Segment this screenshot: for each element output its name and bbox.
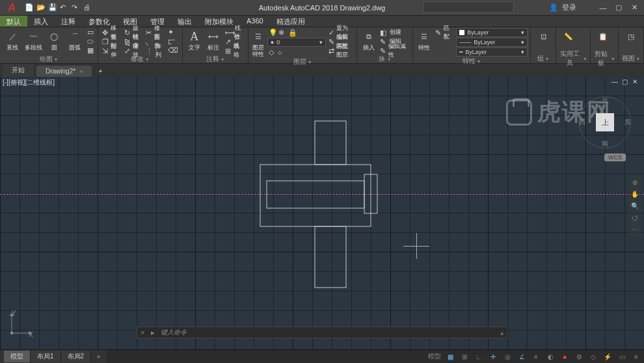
ucs-icon[interactable]: Y X [8,311,34,338]
layer-iso-icon[interactable]: ◇ [267,48,275,57]
layer-properties-button[interactable]: ☰图层特性 [251,28,266,57]
zoom-extents-icon[interactable]: 🔍 [630,200,640,211]
tab-insert[interactable]: 插入 [27,16,55,27]
cmd-close-icon[interactable]: × [137,329,148,336]
wcs-badge[interactable]: WCS [604,154,626,161]
minimize-icon[interactable]: — [597,3,609,12]
viewcube-north[interactable]: 北 [602,96,608,105]
showhide-icon[interactable]: ⋯ [630,224,640,234]
tab-addins[interactable]: 附加模块 [198,16,240,27]
polar-toggle-icon[interactable]: ✛ [488,351,498,362]
panel-draw-label: 绘图 [40,55,53,64]
lineweight-toggle-icon[interactable]: ≡ [531,351,541,362]
login-label[interactable]: 登录 [562,3,576,12]
save-icon[interactable]: 💾 [48,3,57,12]
layer-dropdown[interactable]: ●0▾ [267,38,326,47]
text-button[interactable]: A文字 [185,28,203,55]
match-properties-button[interactable]: ✎匹配 [434,28,455,36]
open-icon[interactable]: 📂 [36,3,46,12]
app-logo[interactable]: A [3,1,21,14]
annotation-scale-icon[interactable]: 🔺 [559,351,570,362]
polyline-button[interactable]: 〰多段线 [23,28,43,55]
layout1-tab[interactable]: 布局1 [31,351,61,362]
new-icon[interactable]: 📄 [25,3,34,12]
tab-featured[interactable]: 精选应用 [270,16,312,27]
snap-toggle-icon[interactable]: ⊞ [459,351,470,362]
hatch-icon[interactable]: ▦ [86,46,95,55]
viewcube-east[interactable]: 东 [624,118,631,127]
add-layout-button[interactable]: + [91,351,105,362]
viewcube-top-face[interactable]: 上 [596,113,614,131]
title-bar: A 📄 📂 💾 ↶ ↷ 🖨 Autodesk AutoCAD 2018 Draw… [0,0,644,16]
isolate-icon[interactable]: ◇ [588,351,598,362]
redo-icon[interactable]: ↷ [72,3,81,12]
view-cube[interactable]: 上 北 南 东 西 [579,96,631,148]
table-button[interactable]: ⊞表格 [224,46,246,55]
drawing-canvas[interactable]: [-][俯视][二维线框] — ▢ ✕ 虎课网 [0,77,644,350]
clean-screen-icon[interactable]: ▭ [617,351,627,362]
line-button[interactable]: ／直线 [3,28,22,55]
create-block-button[interactable]: ◧创建 [379,28,410,36]
hardware-accel-icon[interactable]: ⚡ [602,351,613,362]
viewcube-west[interactable]: 西 [579,118,585,127]
tab-a360[interactable]: A360 [240,16,270,27]
drawing-tab[interactable]: Drawing2*× [36,66,92,77]
workspace-icon[interactable]: ⚙ [574,351,584,362]
orbit-icon[interactable]: ⭯ [630,212,640,222]
scale-button[interactable]: ⤢缩放 [123,46,144,55]
new-tab-button[interactable]: + [94,66,106,77]
customize-status-icon[interactable]: ≡ [631,351,641,362]
dimension-button[interactable]: ⟷标注 [204,28,222,55]
panel-properties: ☰特性 ✎匹配 ByLayer▾ ——ByLayer▾ ━ByLayer▾ 特性… [413,27,531,63]
insert-block-button[interactable]: ⧉插入 [360,28,377,55]
geometry-svg [0,77,644,350]
close-icon[interactable]: ✕ [628,3,640,12]
stretch-button[interactable]: ⇲拉伸 [101,46,122,55]
svg-rect-3 [315,121,346,165]
ortho-toggle-icon[interactable]: ∟ [474,351,484,362]
start-tab[interactable]: 开始 [3,64,34,77]
panel-modify: ✥移动 ❐复制 ⇲拉伸 ↻旋转 ⧎镜像 ⤢缩放 ✂修剪 ◟圆角 ⋮⋮阵列 ✦ ⫍… [98,27,183,63]
explode-icon[interactable]: ✦ [167,28,180,36]
match-layer-button[interactable]: ⇄匹配图层 [327,46,355,55]
maximize-icon[interactable]: ▢ [613,3,624,12]
model-tab[interactable]: 模型 [4,351,31,362]
cmd-history-icon[interactable]: ▴ [498,329,507,337]
rect-icon[interactable]: ▭ [86,28,95,36]
layer-off-icon[interactable]: ○ [276,48,284,57]
properties-button[interactable]: ☰特性 [416,28,433,57]
circle-button[interactable]: ◯圆 [44,28,64,55]
edit-block-attr-button[interactable]: ✎编辑属性 [379,46,410,55]
tab-annotate[interactable]: 注释 [55,16,82,27]
array-button[interactable]: ⋮⋮阵列 [144,46,165,55]
transparency-toggle-icon[interactable]: ◐ [545,351,556,362]
close-tab-icon[interactable]: × [79,68,83,75]
ellipse-icon[interactable]: ⬭ [86,37,95,46]
layer-state-icon[interactable]: 💡 [269,29,276,36]
group-button[interactable]: ⊡ [533,28,553,54]
svg-rect-4 [315,226,346,288]
nav-wheel-icon[interactable]: ⊚ [630,177,640,187]
command-line[interactable]: × ▸ 键入命令 ▴ [137,327,507,338]
status-model-label[interactable]: 模型 [428,351,441,362]
user-icon[interactable]: 👤 [549,3,558,12]
base-view-button[interactable]: ◳ [621,28,641,54]
command-input[interactable]: 键入命令 [158,328,498,337]
lineweight-dropdown[interactable]: ━ByLayer▾ [456,47,528,57]
pan-icon[interactable]: ✋ [630,189,640,199]
linetype-dropdown[interactable]: ——ByLayer▾ [456,38,528,47]
otrack-toggle-icon[interactable]: ∠ [517,351,527,362]
layout2-tab[interactable]: 布局2 [61,351,92,362]
color-dropdown[interactable]: ByLayer▾ [456,28,528,37]
print-icon[interactable]: 🖨 [83,3,92,12]
erase-icon[interactable]: ⌫ [167,46,180,55]
help-search-input[interactable] [423,1,514,13]
viewcube-south[interactable]: 南 [602,139,608,148]
offset-icon[interactable]: ⫍ [167,37,180,46]
osnap-toggle-icon[interactable]: ◎ [502,351,513,362]
tab-output[interactable]: 输出 [171,16,198,27]
undo-icon[interactable]: ↶ [60,3,69,12]
tab-default[interactable]: 默认 [0,16,27,27]
arc-button[interactable]: ⌒圆弧 [65,28,85,55]
grid-toggle-icon[interactable]: ▦ [445,351,455,362]
